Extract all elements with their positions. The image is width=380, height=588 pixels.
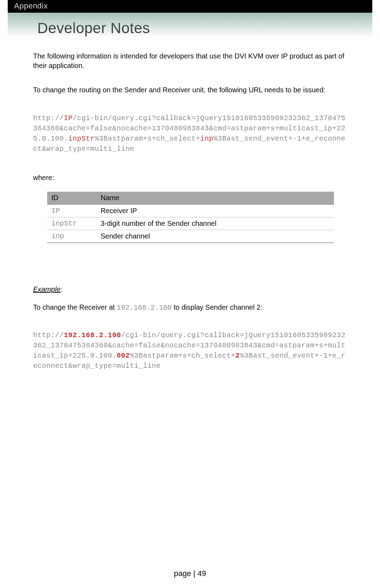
cell-name: 3-digit number of the Sender channel — [96, 217, 334, 230]
code-var-inp: inp — [200, 135, 214, 143]
col-id: ID — [47, 192, 96, 204]
table-row: inpStr 3-digit number of the Sender chan… — [47, 217, 334, 230]
code-val-inpstr: 002 — [117, 352, 130, 360]
page-number: 49 — [197, 569, 206, 578]
code-text: %3Bastparam+s+ch_select+ — [130, 352, 235, 360]
code-val-inp: 2 — [235, 352, 240, 360]
variables-table: ID Name IP Receiver IP inpStr 3-digit nu… — [47, 192, 334, 243]
page-label: page — [174, 569, 191, 578]
table-header-row: ID Name — [47, 192, 334, 204]
ip-literal: 192.168.2.100 — [117, 304, 172, 312]
code-text: %3Bastparam+s+ch_select+ — [95, 135, 200, 143]
text: To change the Receiver at — [33, 303, 117, 311]
example-label: Example — [33, 285, 62, 293]
code-var-inpstr: inpStr — [68, 135, 95, 143]
code-val-ip: 192.168.2.100 — [64, 331, 121, 339]
intro-paragraph-2: To change the routing on the Sender and … — [33, 85, 347, 95]
page-footer: page | 49 — [0, 569, 380, 578]
cell-id: inp — [47, 230, 96, 243]
cell-id: inpStr — [47, 217, 96, 230]
url-example-code: http://192.168.2.100/cgi-bin/query.cgi?c… — [33, 330, 347, 371]
text: to display Sender channel 2: — [172, 303, 262, 311]
example-sentence: To change the Receiver at 192.168.2.100 … — [33, 303, 347, 312]
code-var-ip: IP — [64, 114, 73, 122]
url-template-code: http://IP/cgi-bin/query.cgi?callback=jQu… — [33, 113, 347, 154]
code-text: http:// — [33, 114, 64, 122]
cell-id: IP — [47, 204, 96, 217]
header-gradient — [8, 13, 372, 37]
code-text: http:// — [33, 331, 64, 339]
where-label: where: — [33, 174, 347, 182]
cell-name: Sender channel — [96, 230, 334, 243]
page-sep: | — [191, 569, 197, 578]
intro-paragraph-1: The following information is intended fo… — [33, 51, 347, 70]
table-row: inp Sender channel — [47, 230, 334, 243]
cell-name: Receiver IP — [96, 204, 334, 217]
section-header: Appendix — [8, 0, 372, 13]
table-row: IP Receiver IP — [47, 204, 334, 217]
col-name: Name — [96, 192, 334, 204]
